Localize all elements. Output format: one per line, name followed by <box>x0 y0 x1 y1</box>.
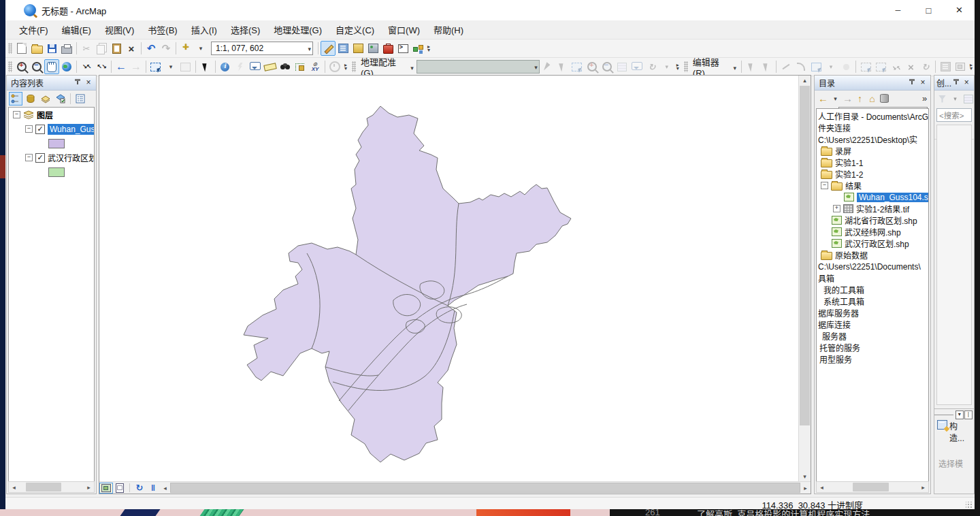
pin-icon[interactable] <box>951 78 960 88</box>
menu-customize[interactable]: 自定义(C) <box>329 20 381 39</box>
fixed-zoom-in-icon[interactable] <box>79 59 94 74</box>
toolbar-grip[interactable] <box>8 61 12 72</box>
maximize-button[interactable] <box>913 0 944 20</box>
edit-vertices-icon[interactable] <box>858 59 873 74</box>
add-data-dropdown-icon[interactable] <box>193 41 208 56</box>
trace-tool-icon[interactable] <box>808 59 823 74</box>
select-features-dropdown-icon[interactable] <box>163 59 178 74</box>
attributes-icon[interactable] <box>938 59 953 74</box>
tree-item[interactable]: 结果 <box>817 180 928 191</box>
map-vertical-scrollbar[interactable]: ▴ ▾ <box>798 76 811 482</box>
pause-drawing-icon[interactable] <box>146 483 160 494</box>
scroll-left-icon[interactable]: ◂ <box>9 484 19 491</box>
delete-icon[interactable] <box>124 41 139 56</box>
georeferencing-layer-combobox[interactable] <box>416 60 540 74</box>
print-icon[interactable] <box>59 41 74 56</box>
zoom-in-icon[interactable] <box>14 59 29 74</box>
close-button[interactable] <box>944 0 975 20</box>
tree-item[interactable]: 系统工具箱 <box>817 295 928 307</box>
collapse-icon[interactable] <box>821 182 828 189</box>
layer-visibility-checkbox[interactable] <box>35 125 45 134</box>
list-by-drawing-order-icon[interactable] <box>9 92 22 106</box>
list-by-selection-icon[interactable] <box>54 92 67 106</box>
scroll-left-icon[interactable]: ◂ <box>160 485 170 491</box>
menu-edit[interactable]: 编辑(E) <box>55 20 98 39</box>
endpoint-arc-icon[interactable] <box>794 59 808 74</box>
collapse-icon[interactable] <box>25 125 33 133</box>
table-of-contents-icon[interactable] <box>336 41 350 56</box>
cut-polygons-icon[interactable] <box>888 59 903 74</box>
tree-item-selected[interactable]: Wuhan_Guss104.s <box>817 191 928 203</box>
menu-selection[interactable]: 选择(S) <box>224 20 267 39</box>
identify-icon[interactable] <box>218 59 233 74</box>
organize-templates-icon[interactable] <box>962 93 974 106</box>
toolbar-grip[interactable] <box>352 61 356 72</box>
delete-link-icon[interactable] <box>600 59 615 74</box>
tree-item[interactable]: 实验1-2 <box>817 168 928 180</box>
scroll-down-icon[interactable]: ▾ <box>799 472 811 482</box>
python-window-icon[interactable] <box>395 41 410 56</box>
refresh-view-icon[interactable] <box>133 483 146 494</box>
collapse-icon[interactable] <box>25 154 33 161</box>
tree-item[interactable]: 实验1-1 <box>817 157 928 168</box>
scroll-up-icon[interactable]: ▴ <box>799 76 811 86</box>
toolbar-overflow-icon[interactable]: ▸▾ <box>344 63 347 70</box>
menu-geoprocessing[interactable]: 地理处理(G) <box>267 20 329 39</box>
clear-selection-icon[interactable] <box>178 59 193 74</box>
georef-rotate-dropdown-icon[interactable] <box>659 59 674 74</box>
search-window-icon[interactable] <box>365 41 380 56</box>
copy-icon[interactable] <box>94 41 109 56</box>
toc-symbol-row[interactable] <box>9 136 94 150</box>
default-geodatabase-icon[interactable] <box>879 92 890 105</box>
select-features-icon[interactable] <box>148 59 163 74</box>
zoom-to-link-icon[interactable] <box>585 59 600 74</box>
pin-icon[interactable] <box>73 78 82 88</box>
toc-horizontal-scrollbar[interactable]: ◂ ▸ <box>8 481 95 493</box>
layer-name[interactable]: 武汉行政区划 <box>48 152 95 163</box>
open-document-icon[interactable] <box>29 41 44 56</box>
save-icon[interactable] <box>44 41 59 56</box>
tree-item[interactable]: 原始数据 <box>817 249 928 261</box>
scroll-left-icon[interactable]: ◂ <box>817 484 827 491</box>
toc-layer-row[interactable]: Wuhan_Gus <box>9 122 94 136</box>
tree-item[interactable]: 服务器 <box>817 330 928 342</box>
straight-segment-icon[interactable] <box>779 59 794 74</box>
select-link-icon[interactable] <box>570 59 585 74</box>
data-view-icon[interactable] <box>99 483 113 494</box>
select-elements-icon[interactable] <box>198 59 213 74</box>
point-tool-icon[interactable] <box>838 59 853 74</box>
tree-item[interactable]: 人工作目录 - Documents\ArcG <box>817 110 928 122</box>
html-popup-icon[interactable] <box>248 59 263 74</box>
menu-help[interactable]: 帮助(H) <box>427 20 470 39</box>
go-to-xy-icon[interactable]: XY <box>308 59 323 74</box>
minimize-button[interactable] <box>883 0 913 20</box>
tree-item[interactable]: 据库连接 <box>817 319 928 330</box>
construction-dropdown-icon[interactable] <box>823 59 838 74</box>
toc-layer-row[interactable]: 武汉行政区划 <box>9 150 94 165</box>
measure-icon[interactable] <box>263 59 278 74</box>
forward-icon[interactable] <box>842 92 853 105</box>
zoom-out-icon[interactable] <box>29 59 44 74</box>
toc-options-icon[interactable] <box>74 92 87 106</box>
list-by-source-icon[interactable] <box>24 92 37 106</box>
editor-toolbar-toggle-icon[interactable] <box>321 41 336 56</box>
layer-symbol-swatch[interactable] <box>48 167 65 177</box>
filter-dropdown-icon[interactable] <box>949 93 961 106</box>
time-slider-icon[interactable] <box>327 59 342 74</box>
back-icon[interactable] <box>817 92 829 105</box>
toolbar-grip[interactable] <box>684 61 688 72</box>
undo-icon[interactable] <box>144 41 159 56</box>
new-document-icon[interactable] <box>14 41 29 56</box>
find-icon[interactable] <box>278 59 293 74</box>
toc-root-row[interactable]: 图层 <box>9 108 94 122</box>
tree-item[interactable]: 录屏 <box>817 145 928 157</box>
tree-item[interactable]: 据库服务器 <box>817 307 928 319</box>
tree-item[interactable]: 件夹连接 <box>817 122 928 133</box>
layout-view-icon[interactable] <box>113 483 127 494</box>
tree-item[interactable]: C:\Users\22251\Desktop\实 <box>817 133 928 145</box>
hyperlink-icon[interactable] <box>233 59 248 74</box>
close-panel-icon[interactable] <box>962 78 971 88</box>
template-search-input[interactable]: <搜索> <box>936 108 972 122</box>
sketch-properties-icon[interactable] <box>953 59 968 74</box>
arctoolbox-icon[interactable] <box>380 41 395 56</box>
